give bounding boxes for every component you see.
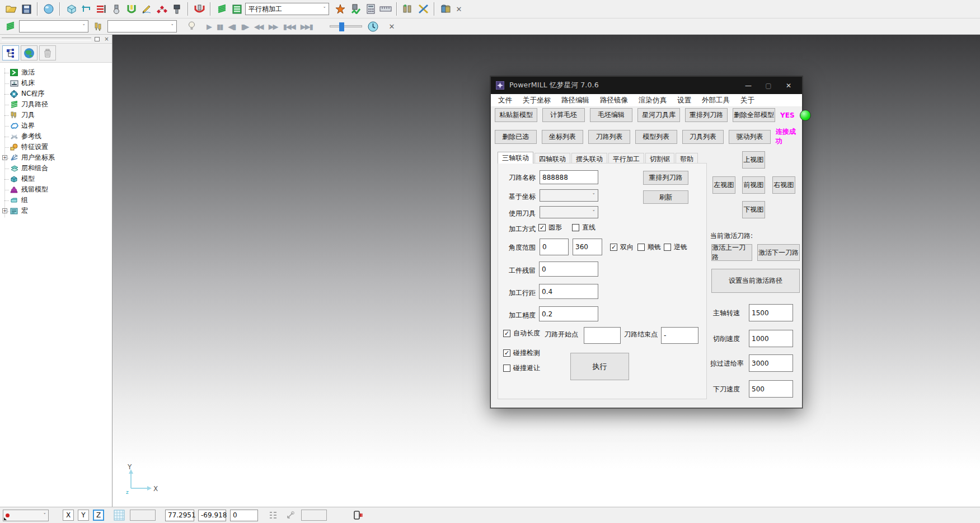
rewind-icon[interactable]: ◀◀ [251, 22, 266, 31]
tool-library-button[interactable]: 星河刀具库 [637, 108, 680, 122]
tree-item-groups[interactable]: 组 [0, 195, 112, 206]
tab-4axis[interactable]: 四轴联动 [534, 153, 570, 164]
block-icon[interactable] [64, 2, 78, 16]
tree-item-tools[interactable]: 刀具 [0, 110, 112, 120]
activate-next-button[interactable]: 激活下一刀路 [757, 244, 800, 261]
view-left-button[interactable]: 左视图 [712, 176, 735, 194]
tab-3axis[interactable]: 三轴联动 [498, 152, 533, 164]
delete-selected-button[interactable]: 删除已选 [495, 130, 537, 144]
paste-model-button[interactable]: 粘贴新模型 [495, 108, 537, 122]
measure-icon[interactable] [379, 2, 392, 16]
checkbox-checked-icon[interactable]: ✓ [538, 224, 546, 231]
expand-icon[interactable]: + [2, 155, 7, 160]
checkbox-icon[interactable] [572, 224, 579, 231]
fast-forward-icon[interactable]: ▶▶ [266, 22, 280, 31]
pause-icon[interactable]: ▮▮ [214, 22, 225, 31]
ball-tool-icon[interactable] [110, 2, 123, 16]
close-panel-icon[interactable]: × [103, 36, 110, 43]
strategy-list-icon[interactable] [230, 2, 243, 16]
tolerance-field[interactable] [301, 510, 327, 521]
menu-about[interactable]: 关于 [740, 96, 754, 105]
go-start-icon[interactable]: ▮◀◀ [280, 22, 298, 31]
tree-item-toolpaths[interactable]: 刀具路径 [0, 99, 112, 110]
use-tool-select[interactable]: ˅ [540, 206, 598, 218]
checkbox-checked-icon[interactable]: ✓ [503, 330, 510, 337]
suspend-icon[interactable] [351, 508, 364, 522]
drive-list-button[interactable]: 驱动列表 [729, 130, 771, 144]
cutting-feed-input[interactable] [749, 330, 793, 347]
base-coord-select[interactable]: ˅ [540, 189, 598, 202]
tree-item-levels[interactable]: 层和组合 [0, 163, 112, 174]
panel-grip[interactable] [2, 38, 91, 41]
skim-feed-input[interactable] [749, 354, 793, 372]
tree-item-feature-sets[interactable]: 特征设置 [0, 142, 112, 152]
model-list-button[interactable]: 模型列表 [635, 130, 677, 144]
set-active-path-button[interactable]: 设置当前激活路径 [711, 269, 800, 293]
mode-line-checkbox[interactable]: 直线 [572, 223, 595, 232]
globe-tab[interactable] [21, 45, 37, 60]
activate-prev-button[interactable]: 激活上一刀路 [711, 244, 752, 261]
tab-tilt-head[interactable]: 摆头联动 [571, 153, 607, 164]
tree-item-stock-models[interactable]: 残留模型 [0, 184, 112, 195]
dir-conventional-checkbox[interactable]: 逆铣 [664, 242, 687, 252]
tree-item-workplanes[interactable]: + 用户坐标系 [0, 152, 112, 163]
open-file-icon[interactable] [4, 2, 18, 16]
menu-render-sim[interactable]: 渲染仿真 [639, 96, 667, 105]
start-point-input[interactable] [584, 327, 621, 344]
coord-list-button[interactable]: 坐标列表 [542, 130, 584, 144]
angle-to-input[interactable] [573, 239, 602, 255]
tool-list-button[interactable]: 刀具列表 [682, 130, 724, 144]
dir-climb-checkbox[interactable]: 顺铣 [637, 242, 661, 252]
tab-saw[interactable]: 切割锯 [645, 153, 674, 164]
point-mode-select[interactable]: ˅ [3, 510, 49, 521]
sim-tool-select[interactable]: ˅ [107, 20, 177, 32]
xyz-list-icon[interactable] [266, 508, 280, 522]
menu-external-tools[interactable]: 外部工具 [702, 96, 730, 105]
view-bottom-button[interactable]: 下视图 [742, 201, 765, 218]
sim-speed-slider[interactable] [330, 25, 362, 27]
minimize-button[interactable]: — [744, 82, 752, 90]
grid-snap-icon[interactable] [112, 508, 126, 522]
calc-stock-button[interactable]: 计算毛坯 [542, 108, 585, 122]
lightbulb-icon[interactable] [185, 20, 198, 33]
axis-z-button[interactable]: Z [93, 510, 104, 521]
float-panel-icon[interactable] [93, 36, 101, 43]
plunge-feed-input[interactable] [749, 380, 793, 398]
sim-toolpath-select[interactable]: ˅ [19, 20, 88, 32]
axis-x-button[interactable]: X [63, 510, 74, 521]
toolpath-list-button[interactable]: 刀路列表 [588, 130, 630, 144]
clock-icon[interactable] [367, 20, 380, 33]
coord-x-field[interactable]: 77.2951 [165, 510, 194, 521]
execute-button[interactable]: 执行 [570, 353, 629, 380]
flute-tool-icon[interactable] [334, 2, 347, 16]
collision-check-checkbox[interactable]: ✓ 碰撞检测 [503, 348, 540, 358]
close-toolbar-icon[interactable]: ✕ [454, 5, 464, 13]
checkbox-icon[interactable] [503, 365, 510, 372]
rearrange-button[interactable]: 重排列刀路 [643, 171, 688, 185]
rearrange-toolpaths-button[interactable]: 重排列刀路 [685, 108, 728, 122]
menu-path-mirror[interactable]: 路径镜像 [600, 96, 628, 105]
close-button[interactable]: ✕ [785, 82, 793, 90]
strategy-preset-select[interactable]: 平行精加工 ˅ [245, 3, 329, 15]
play-icon[interactable]: ▶ [204, 22, 214, 31]
collision-avoid-checkbox[interactable]: 碰撞避让 [503, 363, 540, 373]
edit-toolpath-icon[interactable] [140, 2, 153, 16]
tab-parallel[interactable]: 平行加工 [608, 153, 644, 164]
tolerance-input[interactable] [539, 306, 598, 321]
angle-from-input[interactable] [540, 239, 569, 255]
go-end-icon[interactable]: ▶▶▮ [298, 22, 315, 31]
expand-icon[interactable]: + [2, 208, 7, 213]
view-front-button[interactable]: 前视图 [742, 176, 765, 194]
end-point-input[interactable] [661, 327, 698, 344]
grid-size-input[interactable] [130, 510, 156, 521]
mode-circle-checkbox[interactable]: ✓ 圆形 [538, 223, 562, 232]
menu-path-edit[interactable]: 路径编辑 [561, 96, 589, 105]
tree-item-machine[interactable]: 机床 [0, 78, 112, 88]
model-tree-tab[interactable] [2, 45, 19, 60]
toolpath-spring-icon[interactable] [215, 2, 228, 16]
z-levels-icon[interactable] [95, 2, 108, 16]
spindle-speed-input[interactable] [749, 304, 793, 321]
dir-both-checkbox[interactable]: ✓ 双向 [610, 242, 634, 252]
menu-coords[interactable]: 关于坐标 [523, 96, 551, 105]
stepover-input[interactable] [539, 284, 598, 299]
